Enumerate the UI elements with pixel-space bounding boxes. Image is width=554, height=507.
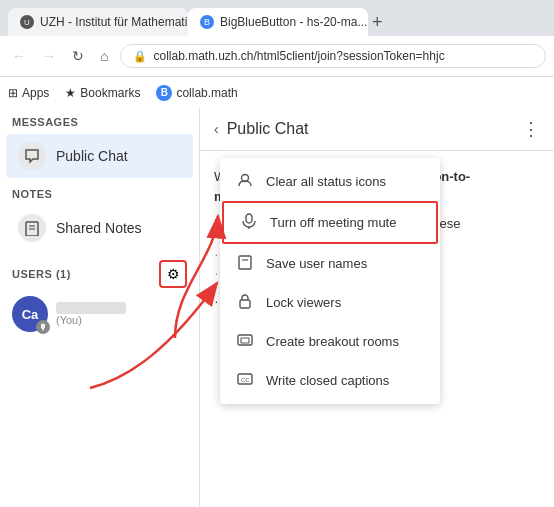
apps-icon: ⊞ [8,86,18,100]
new-tab-button[interactable]: + [372,13,383,31]
menu-item-closed-captions[interactable]: CC Write closed captions [220,361,440,400]
forward-button[interactable]: → [38,46,60,66]
tab-uzh-favicon: U [20,15,34,29]
tab-uzh[interactable]: U UZH - Institut für Mathematik ✕ [8,8,188,36]
menu-item-create-breakout[interactable]: Create breakout rooms [220,322,440,361]
tab-bbb[interactable]: B BigBlueButton - hs-20-ma... ✕ [188,8,368,36]
sidebar-item-public-chat[interactable]: Public Chat [6,134,193,178]
bookmark-apps[interactable]: ⊞ Apps [8,86,49,100]
users-section: USERS (1) ⚙ Ca 🎙 (You) [0,252,199,340]
browser-chrome: U UZH - Institut für Mathematik ✕ B BigB… [0,0,554,108]
lock-viewers-label: Lock viewers [266,295,341,310]
apps-label: Apps [22,86,49,100]
svg-rect-4 [246,214,252,223]
bookmarks-bar: ⊞ Apps ★ Bookmarks B collab.math [0,76,554,108]
sidebar-item-shared-notes[interactable]: Shared Notes [6,206,193,250]
chat-title: Public Chat [227,120,514,138]
breakout-icon [236,332,254,351]
avatar-initials: Ca [22,307,39,322]
notes-section-label: NOTES [0,180,199,204]
mic-icon [240,213,258,232]
home-button[interactable]: ⌂ [96,46,112,66]
lock-icon: 🔒 [133,50,147,63]
save-icon [236,254,254,273]
lock-viewers-icon [236,293,254,312]
more-options-button[interactable]: ⋮ [522,118,540,140]
turn-off-mute-label: Turn off meeting mute [270,215,396,230]
user-item-self: Ca 🎙 (You) [0,292,199,336]
tabs-bar: U UZH - Institut für Mathematik ✕ B BigB… [0,0,554,36]
bookmark-bookmarks[interactable]: ★ Bookmarks [65,86,140,100]
back-button[interactable]: ← [8,46,30,66]
menu-item-save-names[interactable]: Save user names [220,244,440,283]
star-icon: ★ [65,86,76,100]
captions-icon: CC [236,371,254,390]
tab-bbb-label: BigBlueButton - hs-20-ma... [220,15,367,29]
shared-notes-label: Shared Notes [56,220,142,236]
gear-icon: ⚙ [167,266,180,282]
refresh-button[interactable]: ↻ [68,46,88,66]
shared-notes-icon [18,214,46,242]
closed-captions-label: Write closed captions [266,373,389,388]
users-header: USERS (1) ⚙ [0,256,199,292]
svg-rect-6 [239,256,251,269]
public-chat-label: Public Chat [56,148,128,164]
svg-rect-10 [241,338,249,343]
address-bar: ← → ↻ ⌂ 🔒 collab.math.uzh.ch/html5client… [0,36,554,76]
gear-button[interactable]: ⚙ [159,260,187,288]
tab-bbb-favicon: B [200,15,214,29]
menu-item-lock-viewers[interactable]: Lock viewers [220,283,440,322]
clear-status-label: Clear all status icons [266,174,386,189]
you-label: (You) [56,314,126,326]
mic-badge: 🎙 [36,320,50,334]
menu-item-clear-status[interactable]: Clear all status icons [220,162,440,201]
sidebar: MESSAGES Public Chat NOTES Shared Notes [0,108,200,507]
content-area: ‹ Public Chat ⋮ Welcome to hs-20-mat519-… [200,108,554,507]
avatar: Ca 🎙 [12,296,48,332]
back-arrow[interactable]: ‹ [214,121,219,137]
dropdown-menu: Clear all status icons Turn off meeting … [220,158,440,404]
address-input[interactable]: 🔒 collab.math.uzh.ch/html5client/join?se… [120,44,546,68]
user-name-bar [56,302,126,314]
public-chat-icon [18,142,46,170]
address-text: collab.math.uzh.ch/html5client/join?sess… [153,49,444,63]
bookmarks-label: Bookmarks [80,86,140,100]
chat-header: ‹ Public Chat ⋮ [200,108,554,151]
messages-section-label: MESSAGES [0,108,199,132]
save-names-label: Save user names [266,256,367,271]
bookmark-collab[interactable]: B collab.math [156,85,237,101]
app-container: MESSAGES Public Chat NOTES Shared Notes [0,108,554,507]
svg-text:CC: CC [241,377,250,383]
collab-favicon: B [156,85,172,101]
tab-uzh-label: UZH - Institut für Mathematik [40,15,188,29]
menu-item-turn-off-mute[interactable]: Turn off meeting mute [222,201,438,244]
create-breakout-label: Create breakout rooms [266,334,399,349]
users-section-label: USERS (1) [12,268,71,280]
clear-status-icon [236,172,254,191]
collab-label: collab.math [176,86,237,100]
svg-rect-8 [240,300,250,308]
